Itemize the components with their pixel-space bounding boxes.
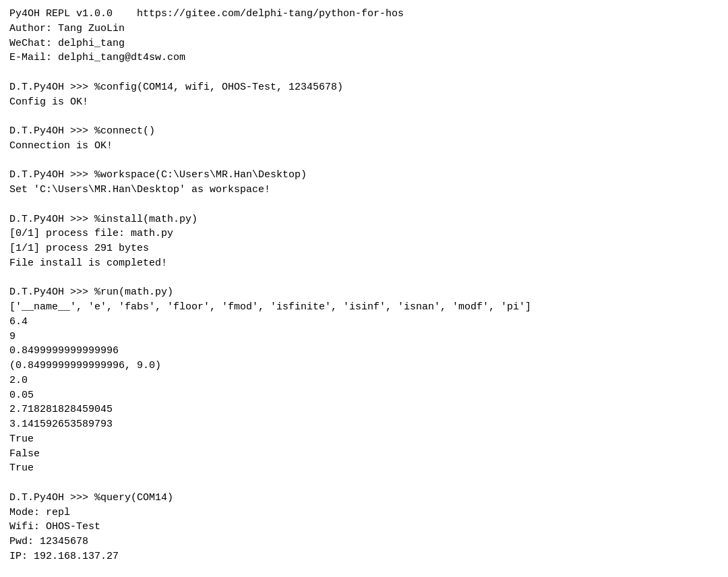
terminal-line: 2.718281828459045 [9, 402, 719, 417]
terminal-line: (0.8499999999999996, 9.0) [9, 359, 719, 373]
terminal-line: D.T.Py4OH >>> %connect() [9, 124, 719, 139]
terminal-line: Author: Tang ZuoLin [9, 22, 719, 36]
terminal-line: D.T.Py4OH >>> %install(math.py) [9, 212, 719, 227]
terminal-output: Py4OH REPL v1.0.0 https://gitee.com/delp… [9, 7, 719, 564]
terminal-line: 0.8499999999999996 [9, 344, 719, 359]
terminal-line: 6.4 [9, 315, 719, 330]
terminal-line: File install is completed! [9, 256, 719, 271]
terminal-line: Set 'C:\Users\MR.Han\Desktop' as workspa… [9, 183, 719, 198]
terminal-line: Config is OK! [9, 95, 719, 110]
terminal-line: IP: 192.168.137.27 [9, 549, 719, 564]
terminal-line: D.T.Py4OH >>> %query(COM14) [9, 491, 719, 506]
terminal-line: Wifi: OHOS-Test [9, 520, 719, 535]
terminal-line: 2.0 [9, 373, 719, 388]
blank-line [9, 65, 719, 80]
terminal-line: Mode: repl [9, 506, 719, 520]
terminal-line: 3.141592653589793 [9, 417, 719, 432]
terminal-line: D.T.Py4OH >>> %config(COM14, wifi, OHOS-… [9, 80, 719, 95]
terminal-line: 9 [9, 330, 719, 344]
terminal-line: True [9, 461, 719, 476]
terminal-line: D.T.Py4OH >>> %run(math.py) [9, 285, 719, 300]
terminal-line: Pwd: 12345678 [9, 535, 719, 549]
terminal-line: WeChat: delphi_tang [9, 36, 719, 51]
blank-line [9, 271, 719, 286]
terminal-line: False [9, 447, 719, 462]
terminal-line: E-Mail: delphi_tang@dt4sw.com [9, 51, 719, 65]
terminal-line: Connection is OK! [9, 139, 719, 154]
terminal-line: 0.05 [9, 388, 719, 403]
blank-line [9, 154, 719, 169]
terminal-line: ['__name__', 'e', 'fabs', 'floor', 'fmod… [9, 300, 719, 315]
terminal-line: [0/1] process file: math.py [9, 226, 719, 241]
blank-line [9, 198, 719, 212]
terminal-line: True [9, 432, 719, 447]
terminal-line: D.T.Py4OH >>> %workspace(C:\Users\MR.Han… [9, 168, 719, 183]
terminal-line: Py4OH REPL v1.0.0 https://gitee.com/delp… [9, 7, 719, 22]
terminal-line: [1/1] process 291 bytes [9, 241, 719, 256]
blank-line [9, 109, 719, 124]
blank-line [9, 476, 719, 491]
